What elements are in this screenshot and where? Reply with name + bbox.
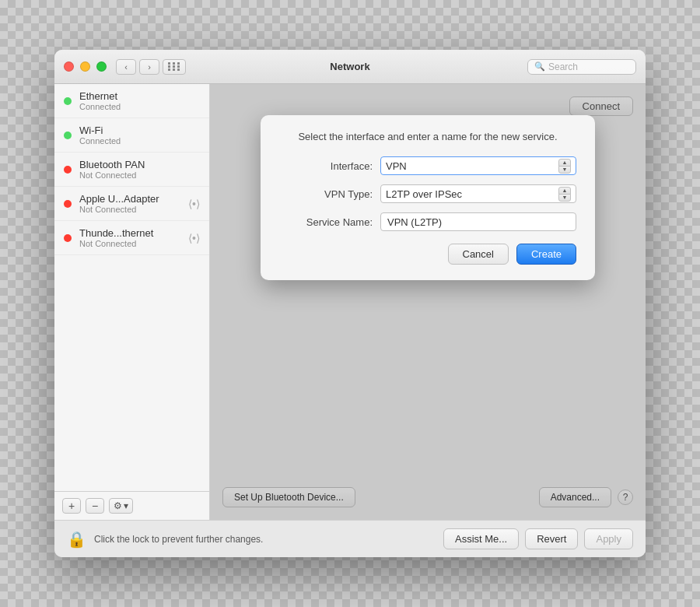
sidebar-item-name-ethernet: Ethernet <box>79 90 121 102</box>
sidebar-item-thunderbolt[interactable]: Thunde...thernet Not Connected ⟨•⟩ <box>54 221 209 255</box>
nav-buttons: ‹ › <box>116 59 159 75</box>
main-content: Ethernet Connected Wi-Fi Connected Bluet… <box>54 84 646 520</box>
arrow-icon-thunderbolt: ⟨•⟩ <box>188 232 200 244</box>
search-icon: 🔍 <box>534 61 545 72</box>
bottom-action-buttons: Assist Me... Revert Apply <box>443 528 633 549</box>
sidebar-list: Ethernet Connected Wi-Fi Connected Bluet… <box>54 84 209 491</box>
grid-icon <box>168 62 181 71</box>
sidebar-item-apple-usb[interactable]: Apple U...Adapter Not Connected ⟨•⟩ <box>54 187 209 221</box>
status-dot-apple-usb <box>64 200 72 208</box>
close-button[interactable] <box>64 61 74 72</box>
sidebar-item-name-wifi: Wi-Fi <box>79 125 121 136</box>
sidebar-item-name-thunderbolt: Thunde...thernet <box>79 227 153 239</box>
vpn-type-select[interactable]: L2TP over IPSec ▲ ▼ <box>380 184 576 203</box>
add-service-button[interactable]: + <box>62 498 81 514</box>
sidebar-item-status-wifi: Connected <box>79 136 121 146</box>
lock-text: Click the lock to prevent further change… <box>94 534 436 545</box>
sidebar-item-ethernet[interactable]: Ethernet Connected <box>54 84 209 118</box>
vpn-type-label: VPN Type: <box>279 188 373 200</box>
arrow-icon-apple-usb: ⟨•⟩ <box>188 198 200 210</box>
sidebar: Ethernet Connected Wi-Fi Connected Bluet… <box>54 84 210 520</box>
service-name-input[interactable] <box>380 212 576 231</box>
vpn-type-select-value: L2TP over IPSec <box>386 188 557 200</box>
service-name-control <box>380 212 576 231</box>
vpn-type-stepper-down[interactable]: ▼ <box>558 194 571 202</box>
interface-row: Interface: VPN ▲ ▼ <box>279 156 576 175</box>
new-service-modal: Select the interface and enter a name fo… <box>261 115 595 280</box>
status-dot-ethernet <box>64 97 72 105</box>
sidebar-item-status-thunderbolt: Not Connected <box>79 239 153 248</box>
assist-me-button[interactable]: Assist Me... <box>443 528 519 549</box>
vpn-type-row: VPN Type: L2TP over IPSec ▲ ▼ <box>279 184 576 203</box>
remove-service-button[interactable]: − <box>86 498 104 514</box>
status-dot-wifi <box>64 132 72 139</box>
gear-menu-button[interactable]: ⚙ ▾ <box>109 498 133 514</box>
back-button[interactable]: ‹ <box>116 59 136 75</box>
modal-buttons: Cancel Create <box>279 244 576 265</box>
search-bar[interactable]: 🔍 Search <box>527 59 636 75</box>
sidebar-item-wifi[interactable]: Wi-Fi Connected <box>54 118 209 153</box>
interface-stepper[interactable]: ▲ ▼ <box>558 159 571 174</box>
interface-control: VPN ▲ ▼ <box>380 156 576 175</box>
sidebar-item-status-bluetooth: Not Connected <box>79 170 145 180</box>
forward-button[interactable]: › <box>139 59 159 75</box>
sidebar-footer: + − ⚙ ▾ <box>54 491 209 520</box>
titlebar: ‹ › Network 🔍 Search <box>54 50 646 84</box>
vpn-type-stepper[interactable]: ▲ ▼ <box>558 187 571 202</box>
gear-chevron-icon: ▾ <box>124 500 128 511</box>
interface-stepper-down[interactable]: ▼ <box>558 166 571 174</box>
sidebar-item-name-bluetooth: Bluetooth PAN <box>79 159 145 170</box>
apply-button[interactable]: Apply <box>584 528 633 549</box>
interface-select[interactable]: VPN ▲ ▼ <box>380 156 576 175</box>
traffic-lights <box>64 61 107 72</box>
revert-button[interactable]: Revert <box>525 528 578 549</box>
service-name-row: Service Name: <box>279 212 576 231</box>
minimize-button[interactable] <box>80 61 90 72</box>
sidebar-item-status-apple-usb: Not Connected <box>79 205 159 214</box>
create-button[interactable]: Create <box>516 244 576 265</box>
maximize-button[interactable] <box>96 61 107 72</box>
search-input[interactable]: Search <box>548 61 629 72</box>
interface-select-value: VPN <box>386 160 557 172</box>
cancel-button[interactable]: Cancel <box>448 244 509 265</box>
interface-label: Interface: <box>279 160 373 172</box>
window-title: Network <box>330 61 369 72</box>
main-window: ‹ › Network 🔍 Search Ethernet <box>54 50 646 557</box>
service-name-label: Service Name: <box>279 216 373 228</box>
lock-icon[interactable]: 🔒 <box>67 530 86 549</box>
modal-description: Select the interface and enter a name fo… <box>279 131 576 142</box>
sidebar-item-bluetooth[interactable]: Bluetooth PAN Not Connected <box>54 153 209 187</box>
grid-view-button[interactable] <box>163 59 186 75</box>
bottom-bar: 🔒 Click the lock to prevent further chan… <box>54 520 646 557</box>
status-dot-bluetooth <box>64 166 72 174</box>
sidebar-item-name-apple-usb: Apple U...Adapter <box>79 193 159 205</box>
status-dot-thunderbolt <box>64 234 72 242</box>
modal-overlay: Select the interface and enter a name fo… <box>210 84 646 520</box>
detail-panel: Connect Set Up Bluetooth Device... Advan… <box>210 84 646 520</box>
sidebar-item-status-ethernet: Connected <box>79 102 121 111</box>
vpn-type-control: L2TP over IPSec ▲ ▼ <box>380 184 576 203</box>
gear-icon: ⚙ <box>114 500 122 511</box>
